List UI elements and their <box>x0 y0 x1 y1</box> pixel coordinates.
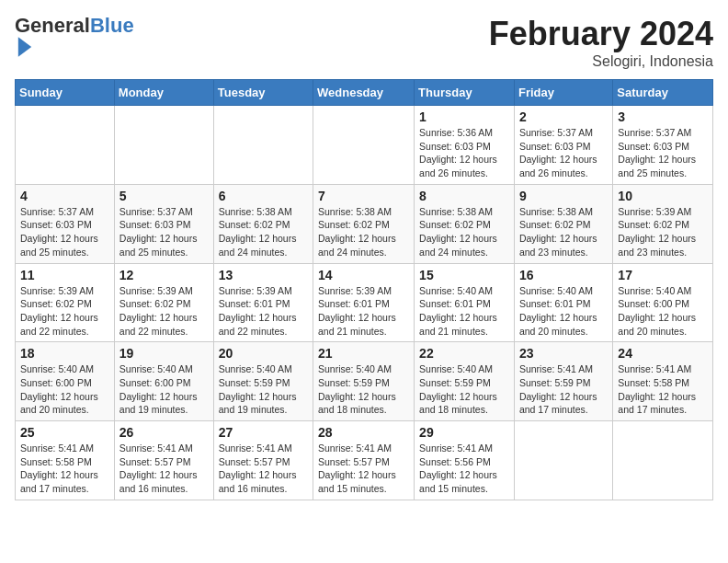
calendar-week-0: 1Sunrise: 5:36 AMSunset: 6:03 PMDaylight… <box>16 106 713 185</box>
day-info: Sunrise: 5:41 AMSunset: 5:57 PMDaylight:… <box>318 442 409 496</box>
day-info: Sunrise: 5:39 AMSunset: 6:02 PMDaylight:… <box>20 284 109 339</box>
day-info: Sunrise: 5:36 AMSunset: 6:03 PMDaylight:… <box>419 126 509 180</box>
day-number: 22 <box>419 346 509 361</box>
calendar-week-1: 4Sunrise: 5:37 AMSunset: 6:03 PMDaylight… <box>16 184 713 263</box>
day-number: 1 <box>419 109 509 124</box>
day-info: Sunrise: 5:40 AMSunset: 6:00 PMDaylight:… <box>20 362 109 417</box>
calendar-week-4: 25Sunrise: 5:41 AMSunset: 5:58 PMDayligh… <box>16 421 713 500</box>
calendar-cell: 20Sunrise: 5:40 AMSunset: 5:59 PMDayligh… <box>213 342 313 421</box>
day-info: Sunrise: 5:38 AMSunset: 6:02 PMDaylight:… <box>318 205 409 259</box>
calendar-cell <box>16 106 115 185</box>
day-info: Sunrise: 5:37 AMSunset: 6:03 PMDaylight:… <box>119 205 209 259</box>
day-info: Sunrise: 5:37 AMSunset: 6:03 PMDaylight:… <box>618 126 708 180</box>
day-info: Sunrise: 5:41 AMSunset: 5:57 PMDaylight:… <box>219 442 308 496</box>
day-number: 26 <box>119 425 209 440</box>
day-info: Sunrise: 5:39 AMSunset: 6:01 PMDaylight:… <box>219 284 308 339</box>
calendar-cell: 28Sunrise: 5:41 AMSunset: 5:57 PMDayligh… <box>313 421 415 500</box>
day-info: Sunrise: 5:41 AMSunset: 5:56 PMDaylight:… <box>419 442 509 496</box>
day-number: 28 <box>318 425 409 440</box>
day-number: 6 <box>219 189 308 203</box>
calendar-cell: 6Sunrise: 5:38 AMSunset: 6:02 PMDaylight… <box>213 184 313 263</box>
calendar-cell: 1Sunrise: 5:36 AMSunset: 6:03 PMDaylight… <box>415 106 515 185</box>
calendar-cell: 14Sunrise: 5:39 AMSunset: 6:01 PMDayligh… <box>313 263 415 342</box>
calendar-cell: 22Sunrise: 5:40 AMSunset: 5:59 PMDayligh… <box>415 342 515 421</box>
day-number: 13 <box>219 268 308 282</box>
column-header-friday: Friday <box>514 80 612 106</box>
day-info: Sunrise: 5:38 AMSunset: 6:02 PMDaylight:… <box>419 205 509 259</box>
calendar-table: SundayMondayTuesdayWednesdayThursdayFrid… <box>15 79 713 500</box>
calendar-cell: 10Sunrise: 5:39 AMSunset: 6:02 PMDayligh… <box>613 184 713 263</box>
calendar-cell: 8Sunrise: 5:38 AMSunset: 6:02 PMDaylight… <box>415 184 515 263</box>
column-header-sunday: Sunday <box>16 80 115 106</box>
calendar-cell: 7Sunrise: 5:38 AMSunset: 6:02 PMDaylight… <box>313 184 415 263</box>
day-info: Sunrise: 5:40 AMSunset: 6:00 PMDaylight:… <box>618 284 708 339</box>
day-info: Sunrise: 5:40 AMSunset: 5:59 PMDaylight:… <box>419 362 509 417</box>
day-number: 5 <box>119 189 209 203</box>
day-info: Sunrise: 5:40 AMSunset: 6:01 PMDaylight:… <box>419 284 509 339</box>
calendar-cell: 9Sunrise: 5:38 AMSunset: 6:02 PMDaylight… <box>514 184 612 263</box>
day-number: 19 <box>119 346 209 361</box>
day-number: 18 <box>20 346 109 361</box>
calendar-cell: 26Sunrise: 5:41 AMSunset: 5:57 PMDayligh… <box>114 421 213 500</box>
day-number: 8 <box>419 189 509 203</box>
day-info: Sunrise: 5:38 AMSunset: 6:02 PMDaylight:… <box>519 205 608 259</box>
calendar-week-3: 18Sunrise: 5:40 AMSunset: 6:00 PMDayligh… <box>16 342 713 421</box>
day-number: 11 <box>20 268 109 282</box>
calendar-cell: 19Sunrise: 5:40 AMSunset: 6:00 PMDayligh… <box>114 342 213 421</box>
calendar-cell: 27Sunrise: 5:41 AMSunset: 5:57 PMDayligh… <box>213 421 313 500</box>
calendar-cell <box>114 106 213 185</box>
day-info: Sunrise: 5:40 AMSunset: 6:01 PMDaylight:… <box>519 284 608 339</box>
calendar-cell: 15Sunrise: 5:40 AMSunset: 6:01 PMDayligh… <box>415 263 515 342</box>
column-header-wednesday: Wednesday <box>313 80 415 106</box>
day-number: 15 <box>419 268 509 282</box>
day-number: 27 <box>219 425 308 440</box>
day-info: Sunrise: 5:41 AMSunset: 5:59 PMDaylight:… <box>519 362 608 417</box>
day-number: 14 <box>318 268 409 282</box>
calendar-cell: 17Sunrise: 5:40 AMSunset: 6:00 PMDayligh… <box>613 263 713 342</box>
day-number: 12 <box>119 268 209 282</box>
day-number: 3 <box>618 109 708 124</box>
day-number: 29 <box>419 425 509 440</box>
page-header: GeneralBlue February 2024 Selogiri, Indo… <box>15 15 713 70</box>
logo-blue-text: Blue <box>90 14 134 37</box>
column-header-thursday: Thursday <box>415 80 515 106</box>
logo-flag-icon <box>17 37 33 57</box>
calendar-cell: 3Sunrise: 5:37 AMSunset: 6:03 PMDaylight… <box>613 106 713 185</box>
calendar-header: SundayMondayTuesdayWednesdayThursdayFrid… <box>16 80 713 106</box>
day-info: Sunrise: 5:41 AMSunset: 5:58 PMDaylight:… <box>20 442 109 496</box>
day-info: Sunrise: 5:40 AMSunset: 5:59 PMDaylight:… <box>219 362 308 417</box>
calendar-cell <box>613 421 713 500</box>
day-info: Sunrise: 5:41 AMSunset: 5:57 PMDaylight:… <box>119 442 209 496</box>
logo: GeneralBlue <box>15 15 134 61</box>
calendar-cell: 5Sunrise: 5:37 AMSunset: 6:03 PMDaylight… <box>114 184 213 263</box>
day-number: 25 <box>20 425 109 440</box>
day-number: 17 <box>618 268 708 282</box>
day-info: Sunrise: 5:40 AMSunset: 6:00 PMDaylight:… <box>119 362 209 417</box>
calendar-cell <box>313 106 415 185</box>
calendar-cell: 21Sunrise: 5:40 AMSunset: 5:59 PMDayligh… <box>313 342 415 421</box>
day-number: 24 <box>618 346 708 361</box>
location-subtitle: Selogiri, Indonesia <box>489 53 713 70</box>
day-number: 16 <box>519 268 608 282</box>
calendar-cell: 2Sunrise: 5:37 AMSunset: 6:03 PMDaylight… <box>514 106 612 185</box>
month-title: February 2024 <box>489 15 713 53</box>
calendar-cell: 12Sunrise: 5:39 AMSunset: 6:02 PMDayligh… <box>114 263 213 342</box>
calendar-cell: 16Sunrise: 5:40 AMSunset: 6:01 PMDayligh… <box>514 263 612 342</box>
day-number: 9 <box>519 189 608 203</box>
calendar-cell: 25Sunrise: 5:41 AMSunset: 5:58 PMDayligh… <box>16 421 115 500</box>
logo-general-text: General <box>15 14 90 37</box>
day-number: 2 <box>519 109 608 124</box>
day-number: 21 <box>318 346 409 361</box>
calendar-cell: 11Sunrise: 5:39 AMSunset: 6:02 PMDayligh… <box>16 263 115 342</box>
column-header-monday: Monday <box>114 80 213 106</box>
day-info: Sunrise: 5:41 AMSunset: 5:58 PMDaylight:… <box>618 362 708 417</box>
svg-marker-0 <box>18 37 31 57</box>
day-number: 10 <box>618 189 708 203</box>
day-info: Sunrise: 5:39 AMSunset: 6:02 PMDaylight:… <box>618 205 708 259</box>
column-header-saturday: Saturday <box>613 80 713 106</box>
day-number: 20 <box>219 346 308 361</box>
day-info: Sunrise: 5:38 AMSunset: 6:02 PMDaylight:… <box>219 205 308 259</box>
calendar-cell <box>514 421 612 500</box>
day-number: 23 <box>519 346 608 361</box>
calendar-cell: 24Sunrise: 5:41 AMSunset: 5:58 PMDayligh… <box>613 342 713 421</box>
